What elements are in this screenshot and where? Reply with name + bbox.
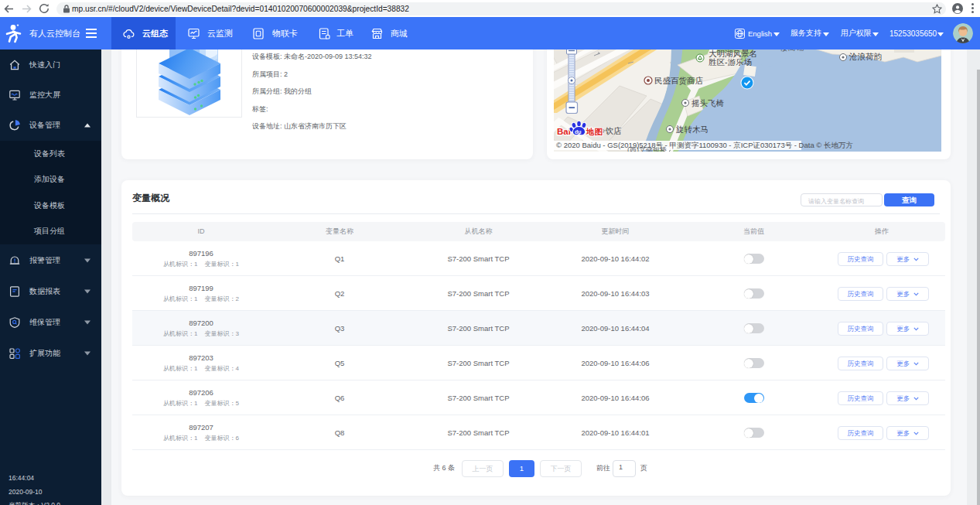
- svg-text:du: du: [575, 129, 582, 135]
- svg-text:地图: 地图: [586, 127, 603, 136]
- svg-text:Bai: Bai: [557, 127, 571, 136]
- svg-text:民盛百货商店: 民盛百货商店: [654, 76, 704, 85]
- svg-text:(西)文储银桥: (西)文储银桥: [627, 146, 667, 152]
- svg-text:沧浪荷韵: 沧浪荷韵: [849, 52, 882, 61]
- svg-text:© 2020 Baidu - GS(2019)5218号 -: © 2020 Baidu - GS(2019)5218号 - 甲测资字11009…: [556, 141, 853, 149]
- svg-text:旋转木马: 旋转木马: [675, 125, 709, 134]
- svg-text:胜区-游乐场: 胜区-游乐场: [709, 57, 752, 67]
- svg-text:摇头飞椅: 摇头飞椅: [691, 98, 725, 107]
